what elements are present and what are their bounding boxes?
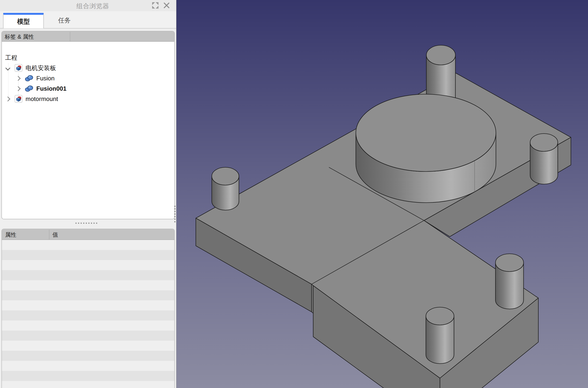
property-row-empty[interactable] [2,351,174,361]
fusion-icon [24,85,33,92]
property-rows [2,240,174,388]
fusion-icon [24,75,33,82]
model-tree: 标签 & 属性 工程 [1,31,175,219]
property-row-empty[interactable] [2,361,174,371]
property-row-empty[interactable] [2,260,174,270]
tree-header-divider[interactable] [70,32,70,41]
tree-root-label: 工程 [5,54,17,62]
post-left-top[interactable] [212,167,239,185]
property-row-empty[interactable] [2,381,174,388]
property-row-empty[interactable] [2,250,174,260]
tree-root-item[interactable]: 工程 [5,52,17,63]
panel-titlebar: 组合浏览器 [0,0,176,11]
tree-item-fusion[interactable]: Fusion [16,73,55,83]
chevron-right-icon[interactable] [5,96,10,101]
post-mid-top[interactable] [495,254,524,271]
property-row-empty[interactable] [2,320,174,331]
property-header: 属性 值 [2,229,174,240]
property-row-empty[interactable] [2,290,174,300]
tree-item-label: motormount [25,95,58,103]
property-row-empty[interactable] [2,270,174,280]
panel-title: 组合浏览器 [76,2,109,10]
property-row-empty[interactable] [2,311,174,320]
tree-header-label: 标签 & 属性 [5,33,34,41]
3d-viewport[interactable] [176,0,588,388]
combo-view-panel: 组合浏览器 模型 任务 标签 & 属性 [0,0,176,388]
motor-boss-top[interactable] [356,94,496,171]
property-row-empty[interactable] [2,300,174,311]
3d-scene-motormount[interactable] [176,0,588,388]
property-row-empty[interactable] [2,240,174,250]
tree-item-label: Fusion001 [36,85,67,92]
tree-item-fusion001[interactable]: Fusion001 [16,83,67,94]
tree-header: 标签 & 属性 [2,31,174,42]
close-panel-icon[interactable] [163,2,170,9]
property-column-label: 属性 [5,231,16,239]
post-bottom-top[interactable] [426,307,454,325]
panel-splitter-handle[interactable] [75,223,97,224]
value-column-label: 值 [52,231,58,239]
chevron-right-icon[interactable] [16,86,21,91]
tab-tasks[interactable]: 任务 [44,13,85,28]
freecad-document-icon [15,95,22,103]
tree-item-label: Fusion [36,75,55,82]
post-right-top[interactable] [530,134,558,151]
tree-item-label: 电机安装板 [25,64,56,72]
chevron-right-icon[interactable] [16,76,21,81]
property-editor: 属性 值 [1,229,175,388]
float-panel-icon[interactable] [152,2,159,9]
freecad-document-icon [15,64,22,72]
property-row-empty[interactable] [2,280,174,290]
tab-bar: 模型 任务 [0,11,176,29]
property-row-empty[interactable] [2,371,174,381]
tab-model[interactable]: 模型 [3,13,44,28]
property-row-empty[interactable] [2,341,174,351]
property-row-empty[interactable] [2,331,174,341]
property-column-divider[interactable] [49,230,49,240]
chevron-down-icon[interactable] [5,65,10,70]
post-top-top[interactable] [426,45,455,65]
tree-item-motor-mount-plate[interactable]: 电机安装板 [6,63,56,73]
dock-splitter-handle[interactable] [174,206,175,222]
tree-item-motormount[interactable]: motormount [6,94,58,104]
